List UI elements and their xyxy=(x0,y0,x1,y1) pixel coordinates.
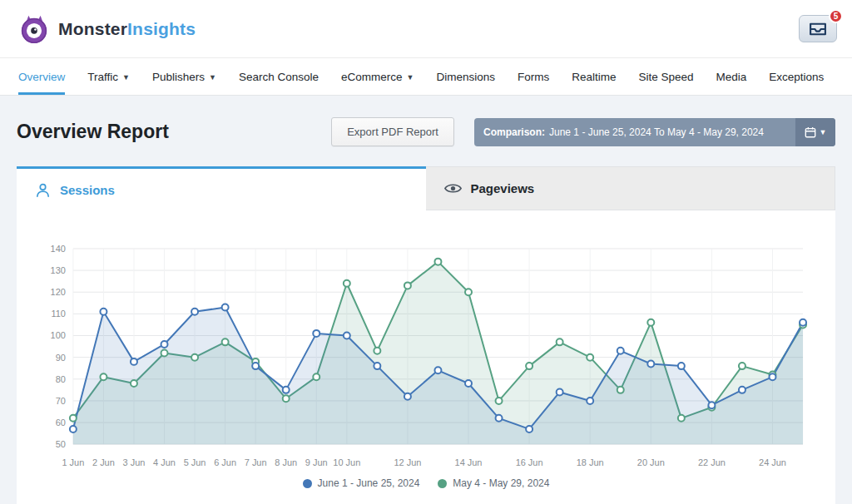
x-axis-tick: 8 Jun xyxy=(275,457,297,467)
sessions-chart-card: 50607080901001101201301401 Jun2 Jun3 Jun… xyxy=(17,210,835,504)
data-point xyxy=(222,304,229,311)
export-pdf-button[interactable]: Export PDF Report xyxy=(331,117,454,146)
nav-item-realtime[interactable]: Realtime xyxy=(572,58,616,95)
data-point xyxy=(526,426,532,432)
data-point xyxy=(283,387,290,393)
y-axis-tick: 100 xyxy=(51,330,66,340)
comparison-label: Comparison: xyxy=(483,126,545,138)
data-point xyxy=(526,363,532,369)
data-point xyxy=(708,402,715,408)
nav-label: Search Console xyxy=(239,71,319,83)
nav-label: Media xyxy=(716,71,747,83)
report-header: Overview Report Export PDF Report Compar… xyxy=(17,117,835,146)
nav-item-exceptions[interactable]: Exceptions xyxy=(769,58,824,95)
data-point xyxy=(647,361,654,368)
data-point xyxy=(252,363,259,369)
brand-name-accent: Insights xyxy=(127,19,196,38)
nav-item-media[interactable]: Media xyxy=(716,58,747,95)
data-point xyxy=(313,373,320,380)
nav-label: Realtime xyxy=(572,71,616,83)
y-axis-tick: 50 xyxy=(56,439,66,449)
y-axis-tick: 130 xyxy=(51,265,66,275)
x-axis-tick: 16 Jun xyxy=(516,457,543,467)
nav-label: Traffic xyxy=(87,71,118,83)
x-axis-tick: 4 Jun xyxy=(153,457,176,467)
x-axis-tick: 20 Jun xyxy=(637,457,665,467)
nav-item-search-console[interactable]: Search Console xyxy=(239,58,319,95)
nav-label: Site Speed xyxy=(638,71,693,83)
sessions-line-chart: 50607080901001101201301401 Jun2 Jun3 Jun… xyxy=(38,239,814,476)
y-axis-tick: 70 xyxy=(56,396,66,406)
calendar-icon xyxy=(805,126,816,138)
data-point xyxy=(587,398,593,404)
x-axis-tick: 14 Jun xyxy=(455,457,483,467)
x-axis-tick: 3 Jun xyxy=(123,457,146,467)
nav-item-site-speed[interactable]: Site Speed xyxy=(638,58,693,95)
tab-sessions[interactable]: Sessions xyxy=(17,166,426,210)
x-axis-tick: 1 Jun xyxy=(62,457,84,467)
data-point xyxy=(131,358,137,365)
data-point xyxy=(678,363,685,369)
data-point xyxy=(465,289,472,295)
page-title: Overview Report xyxy=(17,121,169,143)
chevron-down-icon: ▼ xyxy=(122,72,130,82)
chevron-down-icon: ▼ xyxy=(209,72,216,82)
brand-name: MonsterInsights xyxy=(58,19,196,39)
notifications-button[interactable]: 5 xyxy=(799,15,837,42)
data-point xyxy=(739,363,746,369)
nav-item-publishers[interactable]: Publishers▼ xyxy=(152,58,216,95)
data-point xyxy=(557,388,563,395)
nav-label: eCommerce xyxy=(341,71,403,83)
data-point xyxy=(404,282,411,289)
brand-name-dark: Monster xyxy=(58,19,127,38)
data-point xyxy=(374,348,380,354)
nav-item-forms[interactable]: Forms xyxy=(518,58,549,95)
legend-item[interactable]: May 4 - May 29, 2024 xyxy=(438,477,549,489)
monsterinsights-logo-icon xyxy=(18,13,50,45)
user-icon xyxy=(35,182,51,198)
data-point xyxy=(100,309,106,315)
legend-dot xyxy=(303,479,312,488)
chart-legend: June 1 - June 25, 2024May 4 - May 29, 20… xyxy=(38,477,814,489)
data-point xyxy=(191,354,198,361)
data-point xyxy=(557,338,563,345)
data-point xyxy=(161,349,168,356)
comparison-value: June 1 - June 25, 2024 To May 4 - May 29… xyxy=(549,126,764,138)
data-point xyxy=(678,415,685,422)
data-point xyxy=(100,373,106,380)
x-axis-tick: 6 Jun xyxy=(214,457,236,467)
comparison-date-range[interactable]: Comparison: June 1 - June 25, 2024 To Ma… xyxy=(474,118,835,146)
y-axis-tick: 80 xyxy=(56,374,66,384)
data-point xyxy=(70,426,77,432)
data-point xyxy=(191,309,198,315)
nav-item-traffic[interactable]: Traffic▼ xyxy=(87,58,130,95)
data-point xyxy=(161,341,168,348)
data-point xyxy=(313,330,320,337)
data-point xyxy=(617,387,624,393)
data-point xyxy=(222,338,229,345)
data-point xyxy=(434,259,441,265)
nav-label: Forms xyxy=(518,71,549,83)
legend-dot xyxy=(438,479,447,488)
data-point xyxy=(344,333,350,339)
nav-item-dimensions[interactable]: Dimensions xyxy=(436,58,495,95)
tab-pageviews[interactable]: Pageviews xyxy=(426,166,836,210)
nav-label: Overview xyxy=(18,71,65,83)
y-axis-tick: 120 xyxy=(51,287,66,297)
x-axis-tick: 9 Jun xyxy=(305,457,328,467)
monsterinsights-dashboard: MonsterInsights 5 Overview Traffic▼ Publ… xyxy=(0,0,852,504)
data-point xyxy=(404,393,411,400)
x-axis-tick: 18 Jun xyxy=(577,457,604,467)
legend-item[interactable]: June 1 - June 25, 2024 xyxy=(303,477,420,489)
nav-item-overview[interactable]: Overview xyxy=(18,58,65,95)
date-picker-button[interactable]: ▼ xyxy=(795,118,835,146)
notification-badge: 5 xyxy=(829,9,843,23)
data-point xyxy=(131,380,137,387)
data-point xyxy=(374,363,380,369)
data-point xyxy=(647,319,654,326)
nav-item-ecommerce[interactable]: eCommerce▼ xyxy=(341,58,414,95)
chevron-down-icon: ▼ xyxy=(820,128,827,136)
inbox-icon xyxy=(809,22,827,36)
data-point xyxy=(283,395,290,402)
data-point xyxy=(434,367,441,373)
